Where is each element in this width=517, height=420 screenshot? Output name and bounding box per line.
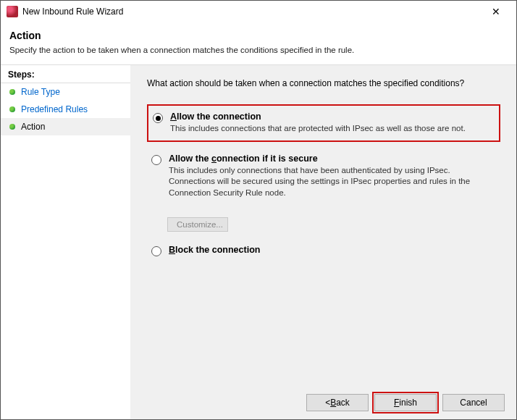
cancel-button[interactable]: Cancel xyxy=(442,394,505,411)
step-bullet-icon xyxy=(9,124,15,130)
finish-button[interactable]: Finish xyxy=(374,394,437,411)
steps-heading: Steps: xyxy=(1,65,130,83)
option-desc: This includes only connections that have… xyxy=(169,165,480,199)
action-prompt: What action should be taken when a conne… xyxy=(147,78,500,88)
step-label: Predefined Rules xyxy=(21,104,88,114)
back-button[interactable]: < Back xyxy=(306,394,369,411)
close-button[interactable]: ✕ xyxy=(482,1,510,22)
step-predefined-rules[interactable]: Predefined Rules xyxy=(1,101,130,118)
page-title: Action xyxy=(9,30,508,41)
option-title: Block the connection xyxy=(169,245,496,255)
firewall-icon xyxy=(7,6,18,17)
option-title: Allow the connection xyxy=(170,112,495,122)
step-action[interactable]: Action xyxy=(1,118,130,135)
steps-sidebar: Steps: Rule Type Predefined Rules Action xyxy=(1,65,131,420)
radio-allow-secure[interactable] xyxy=(151,155,161,165)
titlebar: New Inbound Rule Wizard ✕ xyxy=(1,1,516,22)
wizard-footer: < Back Finish Cancel xyxy=(306,394,505,411)
step-label: Rule Type xyxy=(21,87,60,97)
option-block-connection[interactable]: Block the connection xyxy=(147,242,500,261)
step-rule-type[interactable]: Rule Type xyxy=(1,83,130,101)
option-allow-connection[interactable]: Allow the connection This includes conne… xyxy=(147,104,500,142)
page-subtitle: Specify the action to be taken when a co… xyxy=(9,46,508,54)
step-bullet-icon xyxy=(9,89,15,95)
wizard-header: Action Specify the action to be taken wh… xyxy=(1,22,516,65)
window-title: New Inbound Rule Wizard xyxy=(22,7,482,17)
radio-block[interactable] xyxy=(151,246,161,256)
customize-button: Customize... xyxy=(167,217,228,232)
wizard-content: What action should be taken when a conne… xyxy=(131,65,516,420)
option-title: Allow the connection if it is secure xyxy=(169,154,496,164)
step-label: Action xyxy=(21,122,45,132)
step-bullet-icon xyxy=(9,106,15,112)
option-allow-if-secure[interactable]: Allow the connection if it is secure Thi… xyxy=(147,151,500,203)
option-desc: This includes connections that are prote… xyxy=(170,123,482,135)
radio-allow[interactable] xyxy=(153,113,163,123)
